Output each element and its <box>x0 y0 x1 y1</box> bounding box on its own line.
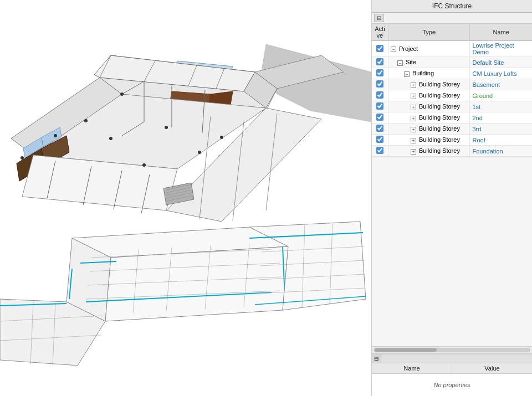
collapse-icon[interactable]: − <box>397 60 403 66</box>
svg-point-74 <box>120 92 124 96</box>
active-checkbox[interactable] <box>376 80 383 88</box>
svg-point-78 <box>84 119 88 122</box>
type-cell: − Building <box>388 68 470 79</box>
type-cell: + Building Storey <box>388 135 470 146</box>
name-cell: Roof <box>470 135 532 146</box>
collapse-all-button[interactable]: ⊟ <box>374 14 384 22</box>
active-checkbox[interactable] <box>376 114 383 121</box>
table-row[interactable]: + Building Storey2nd <box>372 112 532 124</box>
expand-icon[interactable]: + <box>411 105 416 110</box>
type-cell: + Building Storey <box>388 79 470 90</box>
type-cell: − Site <box>388 57 470 68</box>
name-cell: CM Luxury Lofts <box>470 68 532 79</box>
active-checkbox[interactable] <box>376 102 383 110</box>
type-label: Building Storey <box>417 136 460 143</box>
svg-point-79 <box>165 126 168 129</box>
type-label: Site <box>404 59 416 65</box>
type-label: Building Storey <box>417 92 460 99</box>
svg-point-82 <box>198 151 201 154</box>
active-cell <box>372 112 388 124</box>
active-cell <box>372 146 388 157</box>
active-cell <box>372 135 388 146</box>
svg-point-77 <box>21 156 24 160</box>
table-row[interactable]: + Building Storey1st <box>372 101 532 112</box>
active-checkbox[interactable] <box>376 125 383 132</box>
properties-table-header: Name Value <box>372 363 532 374</box>
name-cell: Foundation <box>470 146 532 157</box>
table-row[interactable]: − ProjectLowrise Project Demo <box>372 41 532 57</box>
name-cell: Ground <box>470 90 532 101</box>
active-checkbox[interactable] <box>376 91 383 99</box>
type-label: Building <box>411 70 434 76</box>
type-cell: + Building Storey <box>388 101 470 112</box>
table-row[interactable]: + Building StoreyFoundation <box>372 146 532 157</box>
active-checkbox[interactable] <box>376 58 383 65</box>
svg-point-76 <box>109 137 112 140</box>
table-toolbar: ⊟ <box>372 13 532 24</box>
type-cell: + Building Storey <box>388 124 470 135</box>
ifc-panel-title: IFC Structure <box>372 0 532 13</box>
table-row[interactable]: − SiteDefault Site <box>372 57 532 68</box>
active-checkbox[interactable] <box>376 136 383 143</box>
type-cell: + Building Storey <box>388 90 470 101</box>
name-cell: Basement <box>470 79 532 90</box>
name-cell: Lowrise Project Demo <box>470 41 532 57</box>
table-row[interactable]: + Building StoreyBasement <box>372 79 532 90</box>
svg-marker-45 <box>105 246 288 321</box>
collapse-icon[interactable]: − <box>391 47 396 52</box>
props-col-value: Value <box>452 363 532 373</box>
expand-icon[interactable]: + <box>411 94 416 99</box>
ifc-tree-body: − ProjectLowrise Project Demo− SiteDefau… <box>372 41 532 157</box>
name-cell: 2nd <box>470 112 532 124</box>
active-checkbox[interactable] <box>376 45 383 52</box>
active-cell <box>372 101 388 112</box>
expand-icon[interactable]: + <box>411 127 416 132</box>
name-cell: Default Site <box>470 57 532 68</box>
expand-icon[interactable]: + <box>411 116 416 121</box>
table-row[interactable]: + Building StoreyRoof <box>372 135 532 146</box>
col-header-active: Acti ve <box>372 24 388 41</box>
type-label: Building Storey <box>417 103 460 110</box>
properties-panel-content: No properties <box>372 374 532 396</box>
active-cell <box>372 57 388 68</box>
props-col-name: Name <box>372 363 452 373</box>
active-checkbox[interactable] <box>376 147 383 154</box>
name-cell: 3rd <box>470 124 532 135</box>
properties-collapse-button[interactable]: ⊟ <box>372 354 381 363</box>
type-label: Building Storey <box>417 147 460 154</box>
type-cell: + Building Storey <box>388 112 470 124</box>
ifc-panel: IFC Structure ⊟ Acti ve Type Name − Proj… <box>371 0 532 396</box>
col-header-type: Type <box>388 24 470 41</box>
type-label: Building Storey <box>417 125 460 132</box>
table-row[interactable]: − BuildingCM Luxury Lofts <box>372 68 532 79</box>
table-row[interactable]: + Building StoreyGround <box>372 90 532 101</box>
table-row[interactable]: + Building Storey3rd <box>372 124 532 135</box>
3d-viewport[interactable] <box>0 0 371 396</box>
svg-point-75 <box>54 134 57 137</box>
type-cell: + Building Storey <box>388 146 470 157</box>
no-properties-message: No properties <box>372 374 532 396</box>
active-cell <box>372 68 388 79</box>
type-label: Building Storey <box>417 81 460 88</box>
col-header-name: Name <box>470 24 532 41</box>
expand-icon[interactable]: + <box>411 138 416 143</box>
horizontal-scrollbar[interactable] <box>372 346 532 354</box>
ifc-tree-table-wrap[interactable]: Acti ve Type Name − ProjectLowrise Proje… <box>372 24 532 346</box>
properties-panel-header: ⊟ <box>372 354 532 363</box>
table-header-row: Acti ve Type Name <box>372 24 532 41</box>
type-label: Project <box>397 45 418 52</box>
active-cell <box>372 41 388 57</box>
expand-icon[interactable]: + <box>411 83 416 88</box>
active-checkbox[interactable] <box>376 69 383 76</box>
active-cell <box>372 79 388 90</box>
expand-icon[interactable]: + <box>411 149 416 155</box>
ifc-tree-table: Acti ve Type Name − ProjectLowrise Proje… <box>372 24 532 157</box>
scrollbar-thumb[interactable] <box>375 348 437 352</box>
svg-point-81 <box>142 163 146 167</box>
type-cell: − Project <box>388 41 470 57</box>
scrollbar-track[interactable] <box>374 348 530 352</box>
collapse-icon[interactable]: − <box>404 71 410 77</box>
name-cell: 1st <box>470 101 532 112</box>
type-label: Building Storey <box>417 114 460 121</box>
active-cell <box>372 90 388 101</box>
